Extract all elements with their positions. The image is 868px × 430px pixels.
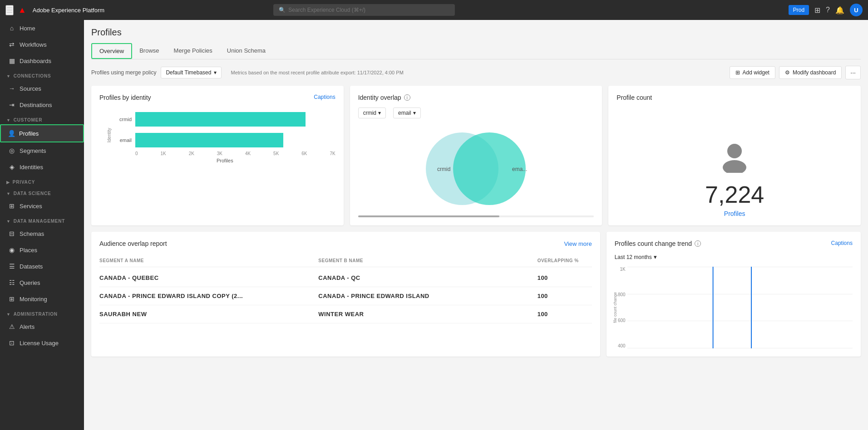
tab-overview[interactable]: Overview [91,43,132,59]
sidebar-item-license-usage[interactable]: ⊡ License Usage [0,335,84,351]
policy-dropdown[interactable]: Default Timebased ▾ [161,67,222,78]
trend-captions-link[interactable]: Captions [831,240,853,246]
sidebar-section-customer[interactable]: ▼ CUSTOMER [0,113,84,124]
trend-line-svg [627,267,853,348]
tab-union-schema[interactable]: Union Schema [220,43,273,59]
sidebar-label-workflows: Workflows [20,41,47,48]
profiles-by-identity-header: Profiles by identity Captions [99,94,335,101]
profile-trend-card: Profiles count change trend i Captions L… [607,232,861,357]
venn-right-label: ema... [512,166,527,172]
metrics-info: Metrics based on the most recent profile… [231,70,725,75]
sidebar-item-queries[interactable]: ☷ Queries [0,274,84,291]
profiles-count-link[interactable]: Profiles [724,210,745,217]
x-tick-3k: 3K [217,151,222,156]
services-label: Services [20,203,42,210]
venn-dropdown-1[interactable]: crmid ▾ [358,108,386,118]
captions-link[interactable]: Captions [314,94,335,100]
y-label-400: 400 [615,343,626,348]
policy-value: Default Timebased [166,69,211,76]
datasets-label: Datasets [20,263,43,270]
x-tick-1k: 1K [160,151,166,156]
privacy-label: PRIVACY [13,180,35,185]
sidebar-label-home: Home [20,25,35,32]
chevron-down-icon: ▼ [6,74,11,78]
sources-label: Sources [20,85,41,92]
y-label-1k: 1K [615,267,626,272]
bar-container-email [135,133,335,147]
venn-svg: crmid ema... [408,126,544,212]
prod-button[interactable]: Prod [789,5,809,15]
profiles-label: Profiles [19,130,39,137]
venn-dropdowns: crmid ▾ email ▾ [358,108,594,118]
sidebar-section-data-science[interactable]: ▼ DATA SCIENCE [0,186,84,198]
sidebar-item-identities[interactable]: ◈ Identities [0,159,84,175]
x-axis-ticks: 0 1K 2K 3K 4K 5K 6K 7K [114,151,335,156]
notification-icon[interactable]: 🔔 [835,6,844,15]
datasets-icon: ☰ [8,263,16,270]
col-header-segment-a: SEGMENT A NAME [99,258,318,263]
search-input[interactable] [288,7,449,13]
help-icon[interactable]: ? [826,6,830,14]
identity-overlap-header: Identity overlap i [358,94,594,101]
tab-merge-policies[interactable]: Merge Policies [167,43,220,59]
profiles-by-identity-title: Profiles by identity [99,94,151,101]
view-more-link[interactable]: View more [564,240,592,247]
col-header-overlapping: OVERLAPPING % [538,258,592,263]
identity-overlap-card: Identity overlap i crmid ▾ email ▾ [350,86,602,225]
sidebar-item-profiles[interactable]: 👤 Profiles [0,124,84,142]
row-1-overlapping: 100 [538,274,592,281]
add-widget-label: Add widget [743,69,769,76]
home-icon: ⌂ [8,24,16,32]
sidebar-item-segments[interactable]: ◎ Segments [0,142,84,159]
row-2-segment-a: Canada - Prince Edward Island copy (2... [99,293,318,299]
adobe-logo: ▲ [18,5,26,15]
license-usage-label: License Usage [20,340,59,347]
sidebar-item-alerts[interactable]: ⚠ Alerts [0,318,84,335]
sidebar-item-services[interactable]: ⊞ Services [0,198,84,214]
administration-label: ADMINISTRATION [14,312,58,317]
bar-row-email: email [114,133,335,147]
apps-icon[interactable]: ⊞ [814,6,820,15]
row-2-overlapping: 100 [538,293,592,299]
sidebar-section-administration[interactable]: ▼ ADMINISTRATION [0,307,84,318]
venn-scrollbar[interactable] [358,215,594,217]
sidebar-section-privacy[interactable]: ▶ PRIVACY [0,175,84,186]
y-axis-vertical-label: file count change [613,292,617,323]
sidebar-item-schemas[interactable]: ⊟ Schemas [0,225,84,242]
sidebar-section-connections[interactable]: ▼ CONNECTIONS [0,69,84,80]
chevron-down-period-icon[interactable]: ▾ [654,254,657,260]
sidebar-section-data-management[interactable]: ▼ DATA MANAGEMENT [0,214,84,225]
sidebar-item-destinations[interactable]: ⇥ Destinations [0,97,84,113]
info-icon[interactable]: i [404,94,410,101]
tab-browse[interactable]: Browse [132,43,166,59]
top-nav-right: Prod ⊞ ? 🔔 U [789,4,863,16]
sidebar-item-places[interactable]: ◉ Places [0,242,84,258]
x-tick-6k: 6K [301,151,307,156]
row-3-segment-a: Saurabh New [99,311,318,318]
dashboard-top-row: Profiles by identity Captions Identity c… [91,86,861,225]
modify-dashboard-button[interactable]: ⚙ Modify dashboard [779,66,842,79]
identities-icon: ◈ [8,163,16,171]
add-widget-button[interactable]: ⊞ Add widget [730,66,775,79]
row-1-segment-a: Canada - Quebec [99,274,318,281]
venn-dropdown-2[interactable]: email ▾ [393,108,421,118]
sidebar-item-monitoring[interactable]: ⊞ Monitoring [0,291,84,307]
avatar[interactable]: U [850,4,863,16]
sidebar-item-dashboards[interactable]: ▦ Dashboards [0,53,84,69]
queries-icon: ☷ [8,279,16,286]
sidebar-item-home[interactable]: ⌂ Home [0,20,84,36]
search-bar[interactable]: 🔍 [273,4,455,16]
trend-info-icon[interactable]: i [695,240,701,247]
hamburger-menu[interactable]: ☰ [5,5,14,15]
sidebar-item-workflows[interactable]: ⇄ Workflows [0,36,84,53]
x-tick-2k: 2K [189,151,194,156]
sidebar-item-sources[interactable]: → Sources [0,80,84,97]
more-options-button[interactable]: ··· [845,66,861,79]
sidebar-item-datasets[interactable]: ☰ Datasets [0,258,84,274]
places-label: Places [20,247,37,254]
workflows-icon: ⇄ [8,41,16,48]
toolbar-actions: ⊞ Add widget ⚙ Modify dashboard ··· [730,66,861,79]
row-1-segment-b: Canada - QC [318,274,537,281]
places-icon: ◉ [8,246,16,254]
trend-chart: 1K 800 600 400 file count change [615,267,853,348]
